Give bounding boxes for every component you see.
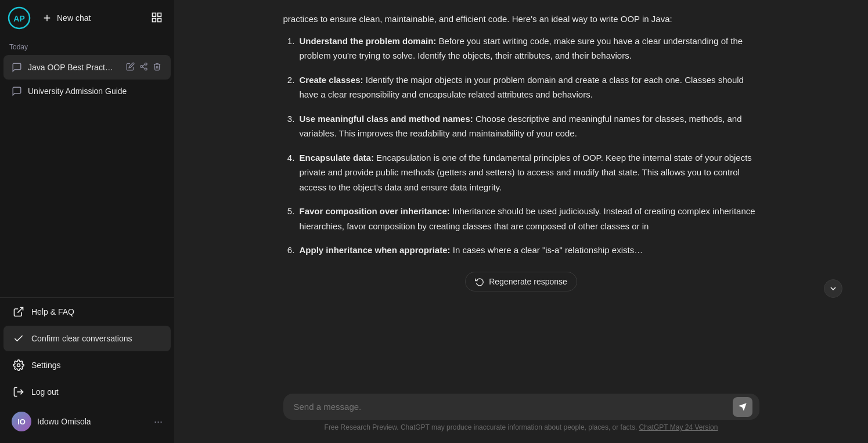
logo-icon: AP <box>8 6 31 30</box>
layout-icon <box>151 12 163 23</box>
share-icon <box>139 62 148 71</box>
edit-chat-button[interactable] <box>125 61 136 74</box>
svg-point-10 <box>145 68 147 70</box>
user-name: Idowu Omisola <box>37 417 148 426</box>
share-chat-button[interactable] <box>138 61 149 74</box>
main-content: practices to ensure clean, maintainable,… <box>174 0 868 443</box>
chat-item-java-oop-label: Java OOP Best Pract… <box>28 63 119 72</box>
chat-list: Today Java OOP Best Pract… <box>0 36 174 297</box>
svg-text:AP: AP <box>13 14 24 23</box>
logout-icon <box>13 386 24 398</box>
chat-item-university-label: University Admission Guide <box>28 87 163 96</box>
layout-toggle-button[interactable] <box>146 7 167 30</box>
sidebar-item-help[interactable]: Help & FAQ <box>3 299 171 325</box>
regenerate-label: Regenerate response <box>489 277 567 286</box>
svg-point-9 <box>141 66 143 68</box>
list-item-6: Apply inheritance when appropriate: In c… <box>297 243 759 258</box>
regenerate-icon <box>475 277 484 286</box>
new-chat-label: New chat <box>57 13 91 23</box>
sidebar: AP New chat Today Java OOP Best Pract… <box>0 0 174 443</box>
svg-rect-7 <box>158 18 161 21</box>
regenerate-bar: Regenerate response <box>283 267 759 301</box>
delete-chat-button[interactable] <box>152 61 163 74</box>
sidebar-item-logout[interactable]: Log out <box>3 379 171 405</box>
chat-area: practices to ensure clean, maintainable,… <box>174 0 868 384</box>
user-menu-dots[interactable]: ··· <box>154 416 163 428</box>
send-button[interactable] <box>733 397 752 417</box>
send-icon <box>738 402 747 412</box>
scroll-bottom-button[interactable] <box>824 279 842 298</box>
list-item-1: Understand the problem domain: Before yo… <box>297 34 759 63</box>
svg-line-13 <box>17 308 23 313</box>
edit-icon <box>126 62 135 71</box>
list-item-2: Create classes: Identify the major objec… <box>297 73 759 102</box>
logout-label: Log out <box>31 387 59 397</box>
external-link-icon <box>13 306 24 318</box>
chat-bubble-icon <box>12 62 22 73</box>
help-faq-label: Help & FAQ <box>31 307 74 316</box>
svg-point-14 <box>17 364 20 367</box>
confirm-clear-label: Confirm clear conversations <box>31 334 132 343</box>
sidebar-header: AP New chat <box>0 0 174 36</box>
svg-line-12 <box>142 64 145 66</box>
svg-line-11 <box>142 67 145 68</box>
message-list: Understand the problem domain: Before yo… <box>283 34 759 258</box>
user-area[interactable]: IO Idowu Omisola ··· <box>3 406 171 437</box>
sidebar-item-settings[interactable]: Settings <box>3 352 171 378</box>
chat-item-java-oop[interactable]: Java OOP Best Pract… <box>3 55 171 80</box>
svg-rect-5 <box>158 13 161 16</box>
plus-icon <box>42 13 52 23</box>
svg-point-8 <box>145 63 147 65</box>
assistant-message: practices to ensure clean, maintainable,… <box>283 12 759 301</box>
disclaimer-text: Free Research Preview. ChatGPT may produ… <box>283 420 759 438</box>
check-icon <box>13 333 24 344</box>
list-item-3: Use meaningful class and method names: C… <box>297 111 759 141</box>
svg-rect-6 <box>153 18 156 21</box>
list-item-5: Favor composition over inheritance: Inhe… <box>297 204 759 233</box>
settings-label: Settings <box>31 361 61 370</box>
message-intro: practices to ensure clean, maintainable,… <box>283 12 759 27</box>
new-chat-button[interactable]: New chat <box>35 8 142 28</box>
regenerate-button[interactable]: Regenerate response <box>465 272 577 291</box>
gear-icon <box>13 359 24 371</box>
section-today-label: Today <box>0 36 174 55</box>
chat-item-university[interactable]: University Admission Guide <box>3 80 171 102</box>
sidebar-item-confirm-clear[interactable]: Confirm clear conversations <box>3 326 171 351</box>
input-area: Free Research Preview. ChatGPT may produ… <box>174 384 868 443</box>
trash-icon <box>153 62 161 71</box>
disclaimer-link[interactable]: ChatGPT May 24 Version <box>639 423 718 431</box>
input-wrapper <box>283 394 759 420</box>
chat-item-actions <box>125 61 163 74</box>
chevron-down-icon <box>829 284 838 293</box>
chat-bubble-icon-2 <box>12 86 22 96</box>
sidebar-bottom: Help & FAQ Confirm clear conversations S… <box>0 297 174 443</box>
message-input[interactable] <box>294 402 730 412</box>
svg-rect-4 <box>153 13 156 16</box>
avatar: IO <box>12 412 31 431</box>
list-item-4: Encapsulate data: Encapsulation is one o… <box>297 150 759 195</box>
